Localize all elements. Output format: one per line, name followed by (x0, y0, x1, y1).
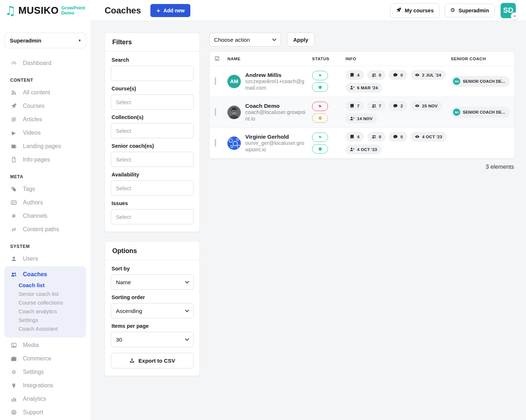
sidebar-item-label: Integrations (23, 382, 53, 389)
sidebar-subitem-settings[interactable]: Settings (4, 316, 86, 325)
group-icon (372, 134, 376, 139)
apply-button[interactable]: Apply (287, 33, 315, 46)
status-cell: ⚑ (312, 71, 345, 92)
row-checkbox[interactable] (215, 139, 216, 147)
flag-icon: ⚑ (318, 135, 322, 139)
sidebar-item-dashboard[interactable]: Dashboard (0, 56, 90, 70)
sidebar-item-media[interactable]: Media (0, 338, 90, 352)
sidebar-item-landing-pages[interactable]: Landing pages (0, 139, 90, 153)
role-selector[interactable]: Superadmin ▾ (4, 33, 86, 48)
sidebar-subitem-coach-analytics[interactable]: Coach analytics (4, 307, 86, 316)
select-placeholder: Select (116, 128, 131, 134)
row-checkbox[interactable] (215, 108, 216, 116)
coach-row: Virginie Gerholdourvir_ger@localuser.gro… (210, 127, 514, 158)
filter-label-course-s: Course(s) (112, 86, 193, 91)
sidebar-item-videos[interactable]: ▶Videos (0, 126, 90, 139)
status-dot-badge (312, 113, 328, 123)
sidebar-item-info-pages[interactable]: Info pages (0, 153, 90, 166)
sidebar: Superadmin ▾ DashboardCONTENTAll content… (0, 21, 90, 420)
sorting-order-select[interactable]: Ascending (111, 303, 194, 318)
chevron-down-icon[interactable] (511, 12, 518, 20)
idcard-icon (10, 200, 17, 205)
filter-availability-select[interactable]: Select (111, 180, 194, 196)
sidebar-item-settings[interactable]: ⚙Settings (0, 365, 90, 379)
avatar-pattern (227, 136, 241, 150)
filter-course-s-select[interactable]: Select (111, 94, 194, 110)
sidebar-nav: DashboardCONTENTAll contentCoursesArticl… (0, 56, 90, 419)
sidebar-item-courses[interactable]: Courses (0, 99, 90, 113)
sidebar-item-tags[interactable]: Tags (0, 182, 90, 196)
sidebar-item-label: All content (23, 89, 50, 96)
sidebar-item-content-paths[interactable]: ⇄Content paths (0, 223, 90, 236)
info-badge-user-plus: 4 OCT '23 (345, 144, 381, 154)
sidebar-item-commerce[interactable]: Commerce (0, 352, 90, 365)
export-csv-button[interactable]: Export to CSV (111, 353, 194, 368)
options-title: Options (105, 242, 199, 260)
left-column: Filters SearchCourse(s)SelectCollection(… (105, 33, 200, 376)
table-header-row: ☑ NAME STATUS INFO SENIOR COACH (210, 52, 514, 66)
sidebar-item-coaches[interactable]: Coaches (4, 268, 86, 281)
brand-product: GrowPoint (61, 5, 85, 11)
brand-logo[interactable]: ♫ MUSIKO GrowPoint Demo (0, 0, 90, 21)
gear-icon: ⚙ (10, 370, 17, 375)
select-placeholder: Select (116, 185, 131, 191)
user-avatar[interactable]: SD (501, 3, 516, 18)
row-checkbox[interactable] (215, 77, 216, 85)
sidebar-item-integrations[interactable]: Integrations (0, 379, 90, 392)
sidebar-item-label: Commerce (23, 355, 51, 362)
items-per-page-select[interactable]: 30 (111, 332, 194, 347)
filter-collection-s-select[interactable]: Select (111, 123, 194, 138)
sidebar-subitem-senior-coach-list[interactable]: Senior coach list (4, 290, 86, 298)
flag-icon: ⚑ (318, 105, 322, 109)
info-badge-eye: 2 JUL '24 (410, 70, 446, 80)
choose-action-select[interactable]: Choose action (209, 33, 281, 46)
add-new-button[interactable]: + Add new (150, 4, 190, 17)
lines-icon (10, 117, 17, 122)
sidebar-subitem-coach-assistant[interactable]: Coach Assistant (4, 325, 86, 333)
sort-by-select[interactable]: Name (111, 274, 194, 290)
page-body: Superadmin ▾ DashboardCONTENTAll content… (0, 21, 526, 420)
sidebar-item-authors[interactable]: Authors (0, 196, 90, 209)
info-badge-book: 7 (345, 101, 364, 111)
superadmin-button[interactable]: ⚙ Superadmin (445, 4, 495, 17)
music-note-icon: ♫ (5, 4, 16, 17)
senior-coach-chip[interactable]: SDSENIOR COACH DE... (451, 76, 510, 87)
info-cell: 4004 OCT '234 OCT '23 (345, 132, 451, 154)
user-plus-icon (350, 116, 355, 121)
filter-label-availability: Availability (112, 172, 193, 178)
action-bar: Choose action Apply (209, 33, 515, 46)
shuffle-icon: ⇄ (10, 227, 17, 232)
sidebar-item-users[interactable]: Users (0, 252, 90, 265)
sidebar-item-all-content[interactable]: All content (0, 86, 90, 99)
info-badge-comment: 0 (389, 132, 407, 142)
sidebar-item-label: Videos (23, 130, 41, 136)
coach-name[interactable]: Andrew Millis (245, 72, 308, 78)
sidebar-item-channels[interactable]: Channels (0, 209, 90, 223)
coach-name[interactable]: Coach Demo (245, 102, 308, 109)
book-icon (350, 73, 355, 77)
sidebar-item-support[interactable]: Support (0, 405, 90, 419)
search-input[interactable] (111, 66, 194, 81)
filter-issues-select[interactable]: Select (111, 209, 194, 224)
filter-senior-coach-es-select[interactable]: Select (111, 152, 194, 167)
sidebar-subitem-coach-list[interactable]: Coach list (4, 281, 86, 290)
main-content: Filters SearchCourse(s)SelectCollection(… (90, 21, 526, 420)
sidebar-item-label: Dashboard (23, 60, 51, 66)
info-badge-value: 0 (379, 135, 381, 139)
briefcase-icon (10, 356, 17, 362)
sidebar-item-articles[interactable]: Articles (0, 113, 90, 126)
senior-coach-chip[interactable]: SDSENIOR COACH DE... (451, 107, 510, 118)
sidebar-item-analytics[interactable]: Analytics (0, 392, 90, 405)
user-plus-icon (350, 85, 355, 90)
coach-name[interactable]: Virginie Gerhold (245, 133, 308, 140)
select-all-checkbox-icon[interactable]: ☑ (215, 56, 227, 62)
my-courses-button[interactable]: My courses (390, 3, 440, 18)
sidebar-item-label: Info pages (23, 156, 50, 163)
comment-icon (393, 103, 398, 108)
user-plus-icon (350, 147, 355, 152)
filter-label-issues: Issues (112, 200, 193, 206)
sorting-order-select-wrap: Ascending (111, 303, 194, 318)
sidebar-subitem-course-collections[interactable]: Course collections (4, 298, 86, 307)
newspaper-icon (10, 143, 17, 149)
sidebar-item-label: Articles (23, 116, 42, 123)
